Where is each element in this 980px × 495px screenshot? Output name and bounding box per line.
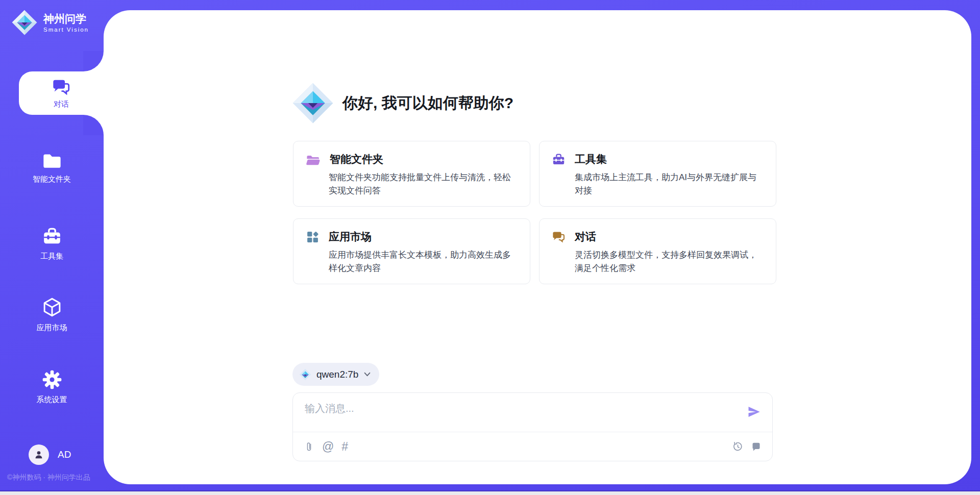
brand-diamond-icon: [299, 368, 311, 381]
composer-toolbar: @ #: [293, 432, 772, 461]
app-market-icon: [41, 296, 63, 318]
card-description: 集成市场上主流工具，助力AI与外界无缝扩展与对接: [575, 171, 764, 197]
at-icon: @: [322, 441, 334, 453]
greeting-title: 你好, 我可以如何帮助你?: [342, 93, 513, 114]
card-smart-folders[interactable]: 智能文件夹 智能文件夹功能支持批量文件上传与清洗，轻松实现文件问答: [293, 141, 530, 207]
sidebar-item-toolbox[interactable]: 工具集: [0, 226, 104, 261]
brand-logo: 神州问学 Smart Vision: [11, 9, 89, 36]
message-input-box: @ #: [292, 392, 773, 461]
comments-button[interactable]: [751, 441, 762, 452]
chat-composer: qwen2:7b @: [292, 363, 773, 461]
send-icon: [747, 405, 761, 419]
hash-tag-button[interactable]: #: [341, 441, 348, 453]
copyright-text: ©神州数码 · 神州问学出品: [7, 473, 119, 482]
feature-cards: 智能文件夹 智能文件夹功能支持批量文件上传与清洗，轻松实现文件问答 工具集 集成…: [293, 141, 776, 284]
send-button[interactable]: [746, 405, 762, 420]
toolbox-icon: [42, 226, 62, 246]
hash-icon: #: [341, 441, 348, 453]
message-input[interactable]: [304, 401, 724, 431]
card-app-market[interactable]: 应用市场 应用市场提供丰富长文本模板，助力高效生成多样化文章内容: [293, 218, 530, 284]
history-button[interactable]: [732, 441, 743, 452]
greeting-diamond-icon: [291, 82, 334, 125]
greeting-header: 你好, 我可以如何帮助你?: [291, 82, 513, 125]
window-bottom-edge: [0, 490, 980, 495]
active-tab-fillet-top: [83, 51, 104, 71]
user-initials: AD: [58, 449, 71, 460]
main-panel: 你好, 我可以如何帮助你? 智能文件夹 智能文件夹功能支持批量文件上传与清洗，轻…: [104, 10, 971, 484]
brand-diamond-icon: [11, 9, 38, 36]
avatar: [29, 444, 49, 465]
sidebar-item-label: 应用市场: [37, 323, 67, 333]
attach-file-button[interactable]: [304, 441, 314, 452]
card-title: 工具集: [575, 152, 607, 166]
card-description: 应用市场提供丰富长文本模板，助力高效生成多样化文章内容: [329, 249, 518, 275]
comment-icon: [751, 441, 762, 452]
card-title: 对话: [575, 230, 596, 244]
sidebar-item-label: 系统设置: [37, 395, 67, 405]
sidebar-item-smart-folders[interactable]: 智能文件夹: [0, 152, 104, 184]
person-icon: [33, 449, 44, 460]
sidebar-item-label: 工具集: [40, 252, 63, 261]
folder-open-icon: [306, 153, 321, 166]
composer-toolbar-right: [732, 441, 762, 452]
model-name: qwen2:7b: [316, 369, 358, 380]
model-selector[interactable]: qwen2:7b: [292, 363, 379, 386]
card-toolbox[interactable]: 工具集 集成市场上主流工具，助力AI与外界无缝扩展与对接: [539, 141, 776, 207]
paperclip-icon: [304, 441, 314, 452]
sidebar-item-label: 智能文件夹: [33, 175, 71, 184]
at-mention-button[interactable]: @: [322, 441, 334, 453]
card-chat[interactable]: 对话 灵活切换多模型文件，支持多样回复效果调试，满足个性化需求: [539, 218, 776, 284]
chevron-down-icon: [363, 370, 371, 378]
history-icon: [732, 441, 743, 452]
toolbox-icon: [552, 153, 566, 166]
settings-gear-icon: [42, 369, 62, 390]
active-tab-fillet-bottom: [83, 115, 104, 135]
sidebar-item-label: 对话: [54, 100, 69, 109]
sidebar-item-settings[interactable]: 系统设置: [0, 369, 104, 405]
folder-icon: [42, 152, 62, 169]
brand-name: 神州问学: [43, 13, 89, 25]
sidebar-item-app-market[interactable]: 应用市场: [0, 296, 104, 333]
sidebar-item-chat[interactable]: 对话: [19, 71, 104, 115]
chat-icon: [52, 78, 71, 97]
card-title: 应用市场: [329, 230, 372, 244]
card-description: 智能文件夹功能支持批量文件上传与清洗，轻松实现文件问答: [329, 171, 518, 197]
brand-subtitle: Smart Vision: [43, 27, 89, 33]
card-description: 灵活切换多模型文件，支持多样回复效果调试，满足个性化需求: [575, 249, 764, 275]
user-profile[interactable]: AD: [29, 444, 71, 465]
chat-icon: [552, 230, 566, 244]
card-title: 智能文件夹: [330, 152, 383, 166]
app-grid-icon: [306, 230, 320, 244]
